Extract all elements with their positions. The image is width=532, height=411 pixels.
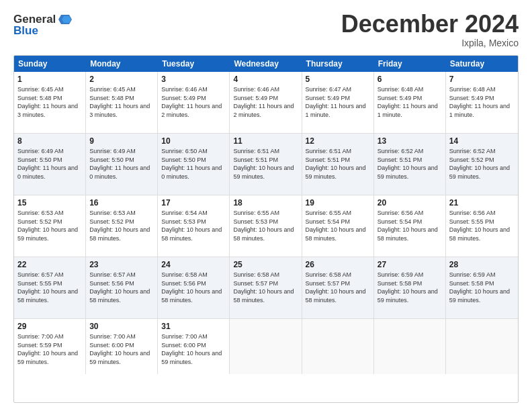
cell-info: Sunrise: 6:45 AM Sunset: 5:48 PM Dayligh… <box>89 85 154 119</box>
cal-cell: 2 Sunrise: 6:45 AM Sunset: 5:48 PM Dayli… <box>86 72 158 133</box>
cell-info: Sunrise: 6:59 AM Sunset: 5:58 PM Dayligh… <box>449 271 515 304</box>
header: General Blue December 2024 Ixpila, Mexic… <box>13 12 519 48</box>
day-number: 14 <box>449 136 515 146</box>
col-sunday: Sunday <box>14 56 86 72</box>
col-thursday: Thursday <box>302 56 374 72</box>
cal-cell: 12 Sunrise: 6:51 AM Sunset: 5:51 PM Dayl… <box>302 134 374 195</box>
cal-cell <box>230 319 302 374</box>
day-number: 27 <box>378 260 442 269</box>
day-number: 13 <box>378 136 442 146</box>
cal-cell: 9 Sunrise: 6:49 AM Sunset: 5:50 PM Dayli… <box>86 134 158 195</box>
day-number: 22 <box>17 260 82 269</box>
cal-cell: 31 Sunrise: 7:00 AM Sunset: 6:00 PM Dayl… <box>158 319 230 374</box>
logo: General Blue <box>13 12 72 38</box>
cell-info: Sunrise: 6:56 AM Sunset: 5:55 PM Dayligh… <box>449 209 515 242</box>
calendar-body: 1 Sunrise: 6:45 AM Sunset: 5:48 PM Dayli… <box>14 72 518 374</box>
col-friday: Friday <box>374 56 446 72</box>
cell-info: Sunrise: 6:53 AM Sunset: 5:52 PM Dayligh… <box>89 209 154 242</box>
day-number: 19 <box>306 198 370 208</box>
day-number: 3 <box>161 75 226 84</box>
day-number: 29 <box>17 322 82 331</box>
day-number: 26 <box>306 260 370 269</box>
cell-info: Sunrise: 6:55 AM Sunset: 5:54 PM Dayligh… <box>306 209 370 242</box>
cal-week-4: 22 Sunrise: 6:57 AM Sunset: 5:55 PM Dayl… <box>14 257 518 319</box>
cell-info: Sunrise: 6:54 AM Sunset: 5:53 PM Dayligh… <box>161 209 226 242</box>
cal-cell: 16 Sunrise: 6:53 AM Sunset: 5:52 PM Dayl… <box>86 195 158 257</box>
cal-cell <box>374 319 446 374</box>
cal-cell: 13 Sunrise: 6:52 AM Sunset: 5:51 PM Dayl… <box>374 134 446 195</box>
cal-cell: 8 Sunrise: 6:49 AM Sunset: 5:50 PM Dayli… <box>14 134 86 195</box>
cal-cell <box>446 319 518 374</box>
cell-info: Sunrise: 6:58 AM Sunset: 5:57 PM Dayligh… <box>233 271 298 304</box>
cal-cell: 18 Sunrise: 6:55 AM Sunset: 5:53 PM Dayl… <box>230 195 302 257</box>
day-number: 31 <box>161 322 226 331</box>
cell-info: Sunrise: 6:46 AM Sunset: 5:49 PM Dayligh… <box>233 85 298 119</box>
cal-cell: 24 Sunrise: 6:58 AM Sunset: 5:56 PM Dayl… <box>158 257 230 318</box>
col-wednesday: Wednesday <box>230 56 302 72</box>
cal-cell: 5 Sunrise: 6:47 AM Sunset: 5:49 PM Dayli… <box>302 72 374 133</box>
day-number: 17 <box>161 198 226 208</box>
cell-info: Sunrise: 6:51 AM Sunset: 5:51 PM Dayligh… <box>306 147 370 181</box>
cal-cell: 21 Sunrise: 6:56 AM Sunset: 5:55 PM Dayl… <box>446 195 518 257</box>
cell-info: Sunrise: 6:53 AM Sunset: 5:52 PM Dayligh… <box>17 209 82 242</box>
cell-info: Sunrise: 6:50 AM Sunset: 5:50 PM Dayligh… <box>161 147 226 181</box>
col-tuesday: Tuesday <box>158 56 230 72</box>
cell-info: Sunrise: 6:52 AM Sunset: 5:52 PM Dayligh… <box>449 147 515 181</box>
cal-week-2: 8 Sunrise: 6:49 AM Sunset: 5:50 PM Dayli… <box>14 134 518 195</box>
cal-cell: 3 Sunrise: 6:46 AM Sunset: 5:49 PM Dayli… <box>158 72 230 133</box>
day-number: 11 <box>233 136 298 146</box>
day-number: 30 <box>89 322 154 331</box>
cell-info: Sunrise: 6:45 AM Sunset: 5:48 PM Dayligh… <box>17 85 82 119</box>
day-number: 21 <box>449 198 515 208</box>
cal-cell: 25 Sunrise: 6:58 AM Sunset: 5:57 PM Dayl… <box>230 257 302 318</box>
cell-info: Sunrise: 6:49 AM Sunset: 5:50 PM Dayligh… <box>17 147 82 181</box>
day-number: 25 <box>233 260 298 269</box>
cell-info: Sunrise: 6:48 AM Sunset: 5:49 PM Dayligh… <box>378 85 442 119</box>
day-number: 5 <box>306 75 370 84</box>
col-saturday: Saturday <box>446 56 518 72</box>
day-number: 20 <box>378 198 442 208</box>
cal-cell: 10 Sunrise: 6:50 AM Sunset: 5:50 PM Dayl… <box>158 134 230 195</box>
calendar-header: Sunday Monday Tuesday Wednesday Thursday… <box>14 56 518 72</box>
cal-cell: 28 Sunrise: 6:59 AM Sunset: 5:58 PM Dayl… <box>446 257 518 318</box>
cal-cell: 17 Sunrise: 6:54 AM Sunset: 5:53 PM Dayl… <box>158 195 230 257</box>
day-number: 7 <box>449 75 515 84</box>
cal-cell: 6 Sunrise: 6:48 AM Sunset: 5:49 PM Dayli… <box>374 72 446 133</box>
cell-info: Sunrise: 6:47 AM Sunset: 5:49 PM Dayligh… <box>306 85 370 119</box>
cell-info: Sunrise: 6:57 AM Sunset: 5:56 PM Dayligh… <box>89 271 154 304</box>
cal-cell: 27 Sunrise: 6:59 AM Sunset: 5:58 PM Dayl… <box>374 257 446 318</box>
day-number: 9 <box>89 136 154 146</box>
day-number: 18 <box>233 198 298 208</box>
day-number: 15 <box>17 198 82 208</box>
cal-week-5: 29 Sunrise: 7:00 AM Sunset: 5:59 PM Dayl… <box>14 319 518 374</box>
page-title: December 2024 <box>341 12 519 36</box>
day-number: 6 <box>378 75 442 84</box>
cell-info: Sunrise: 7:00 AM Sunset: 6:00 PM Dayligh… <box>161 332 226 366</box>
cell-info: Sunrise: 6:49 AM Sunset: 5:50 PM Dayligh… <box>89 147 154 181</box>
day-number: 10 <box>161 136 226 146</box>
cal-week-3: 15 Sunrise: 6:53 AM Sunset: 5:52 PM Dayl… <box>14 195 518 257</box>
cal-cell: 19 Sunrise: 6:55 AM Sunset: 5:54 PM Dayl… <box>302 195 374 257</box>
page: General Blue December 2024 Ixpila, Mexic… <box>0 0 532 411</box>
cal-week-1: 1 Sunrise: 6:45 AM Sunset: 5:48 PM Dayli… <box>14 72 518 134</box>
cell-info: Sunrise: 6:46 AM Sunset: 5:49 PM Dayligh… <box>161 85 226 119</box>
cell-info: Sunrise: 6:59 AM Sunset: 5:58 PM Dayligh… <box>378 271 442 304</box>
day-number: 8 <box>17 136 82 146</box>
title-block: December 2024 Ixpila, Mexico <box>341 12 519 48</box>
day-number: 12 <box>306 136 370 146</box>
day-number: 28 <box>449 260 515 269</box>
cal-cell: 15 Sunrise: 6:53 AM Sunset: 5:52 PM Dayl… <box>14 195 86 257</box>
cell-info: Sunrise: 6:48 AM Sunset: 5:49 PM Dayligh… <box>449 85 515 119</box>
cal-cell <box>302 319 374 374</box>
col-monday: Monday <box>86 56 158 72</box>
cal-cell: 1 Sunrise: 6:45 AM Sunset: 5:48 PM Dayli… <box>14 72 86 133</box>
cell-info: Sunrise: 6:57 AM Sunset: 5:55 PM Dayligh… <box>17 271 82 304</box>
cal-cell: 30 Sunrise: 7:00 AM Sunset: 6:00 PM Dayl… <box>86 319 158 374</box>
cal-cell: 29 Sunrise: 7:00 AM Sunset: 5:59 PM Dayl… <box>14 319 86 374</box>
cell-info: Sunrise: 6:56 AM Sunset: 5:54 PM Dayligh… <box>378 209 442 242</box>
cell-info: Sunrise: 6:52 AM Sunset: 5:51 PM Dayligh… <box>378 147 442 181</box>
cal-cell: 20 Sunrise: 6:56 AM Sunset: 5:54 PM Dayl… <box>374 195 446 257</box>
day-number: 4 <box>233 75 298 84</box>
day-number: 16 <box>89 198 154 208</box>
cell-info: Sunrise: 7:00 AM Sunset: 5:59 PM Dayligh… <box>17 332 82 366</box>
